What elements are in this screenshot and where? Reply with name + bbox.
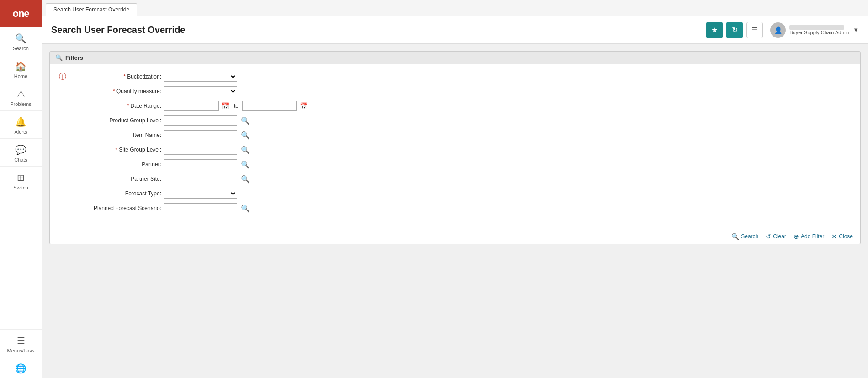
search-btn-product-group[interactable]: 🔍 [240, 116, 251, 125]
input-product-group-level[interactable] [164, 116, 237, 126]
avatar: 👤 [770, 22, 786, 38]
sidebar-item-problems[interactable]: ⚠ Problems [0, 83, 42, 111]
filter-search-icon: 🔍 [55, 54, 63, 61]
select-bucketization[interactable] [164, 72, 237, 82]
label-item-name: Item Name: [70, 132, 161, 138]
clear-icon: ↺ [766, 233, 771, 240]
switch-icon: ⊞ [17, 172, 25, 183]
sidebar-item-label-alerts: Alerts [14, 129, 27, 135]
filter-row-product-group-level: Product Group Level: 🔍 [59, 116, 851, 126]
date-range-group: 📅 to 📅 [164, 101, 308, 111]
filters-footer: 🔍 Search ↺ Clear ⊕ Add Filter ✕ Close [50, 229, 860, 244]
sidebar-item-switch[interactable]: ⊞ Switch [0, 167, 42, 194]
header-actions: ★ ↻ ☰ 👤 Buyer Supply Chain Admin ▼ [706, 22, 859, 38]
menu-button[interactable]: ☰ [746, 22, 763, 38]
search-action-link[interactable]: 🔍 Search [731, 233, 758, 240]
user-area: 👤 Buyer Supply Chain Admin ▼ [770, 22, 859, 38]
clear-action-link[interactable]: ↺ Clear [766, 233, 786, 240]
add-filter-action-link[interactable]: ⊕ Add Filter [794, 233, 824, 240]
search-action-label: Search [741, 233, 758, 240]
date-to-label: to [234, 103, 238, 109]
calendar-to-button[interactable]: 📅 [299, 102, 308, 110]
sidebar-item-chats[interactable]: 💬 Chats [0, 139, 42, 167]
select-quantity-measure[interactable] [164, 86, 237, 96]
chat-icon: 💬 [15, 144, 26, 155]
page-title: Search User Forecast Override [51, 25, 185, 35]
filter-row-item-name: Item Name: 🔍 [59, 130, 851, 140]
input-partner-site[interactable] [164, 174, 237, 184]
search-btn-partner[interactable]: 🔍 [240, 160, 251, 169]
filters-body: ⓘ Bucketization: Quantity measure: Date … [50, 64, 860, 229]
favorite-button[interactable]: ★ [706, 22, 723, 38]
sidebar: one 🔍 Search 🏠 Home ⚠ Problems 🔔 Alerts … [0, 0, 42, 378]
input-item-name[interactable] [164, 130, 237, 140]
label-forecast-type: Forecast Type: [70, 190, 161, 197]
close-icon: ✕ [831, 233, 837, 240]
content-area: 🔍 Filters ⓘ Bucketization: Quantity meas… [42, 44, 868, 378]
label-quantity-measure: Quantity measure: [70, 88, 161, 94]
date-from-input[interactable] [164, 101, 219, 111]
bell-icon: 🔔 [15, 116, 26, 127]
refresh-button[interactable]: ↻ [726, 22, 743, 38]
menu-icon: ☰ [17, 335, 25, 346]
sidebar-item-search[interactable]: 🔍 Search [0, 27, 42, 55]
search-btn-site-group[interactable]: 🔍 [240, 146, 251, 154]
page-header: Search User Forecast Override ★ ↻ ☰ 👤 Bu… [42, 16, 868, 44]
input-partner[interactable] [164, 159, 237, 169]
sidebar-item-label-problems: Problems [10, 101, 31, 107]
label-bucketization: Bucketization: [70, 74, 161, 80]
filter-row-quantity-measure: Quantity measure: [59, 86, 851, 96]
sidebar-item-alerts[interactable]: 🔔 Alerts [0, 111, 42, 139]
close-action-link[interactable]: ✕ Close [831, 233, 853, 240]
label-partner: Partner: [70, 161, 161, 168]
filter-row-date-range: Date Range: 📅 to 📅 [59, 101, 851, 111]
sidebar-item-menus[interactable]: ☰ Menus/Favs [0, 330, 42, 357]
sidebar-item-label-search: Search [13, 46, 29, 51]
input-site-group-level[interactable] [164, 145, 237, 155]
sidebar-item-label-menus: Menus/Favs [7, 348, 35, 353]
label-date-range: Date Range: [70, 103, 161, 109]
warning-icon: ⚠ [17, 89, 25, 100]
filter-row-planned-forecast: Planned Forecast Scenario: 🔍 [59, 203, 851, 213]
filters-title: Filters [65, 54, 83, 61]
sidebar-bottom: ☰ Menus/Favs 🌐 [0, 329, 42, 378]
add-filter-icon: ⊕ [794, 233, 799, 240]
close-action-label: Close [839, 233, 853, 240]
app-logo[interactable]: one [0, 0, 42, 27]
search-btn-item-name[interactable]: 🔍 [240, 131, 251, 140]
sidebar-item-globe[interactable]: 🌐 [0, 357, 42, 378]
input-planned-forecast[interactable] [164, 203, 237, 213]
tab-search-forecast[interactable]: Search User Forecast Override [46, 3, 137, 16]
add-filter-label: Add Filter [801, 233, 824, 240]
user-role: Buyer Supply Chain Admin [789, 30, 849, 35]
sidebar-item-label-switch: Switch [13, 185, 28, 190]
globe-icon: 🌐 [15, 363, 26, 374]
filter-row-site-group-level: Site Group Level: 🔍 [59, 145, 851, 155]
tab-bar: Search User Forecast Override [42, 0, 868, 16]
filter-row-partner: Partner: 🔍 [59, 159, 851, 169]
filter-row-partner-site: Partner Site: 🔍 [59, 174, 851, 184]
filters-header: 🔍 Filters [50, 52, 860, 64]
search-action-icon: 🔍 [731, 233, 739, 240]
search-btn-planned-forecast[interactable]: 🔍 [240, 204, 251, 213]
error-icon-bucketization: ⓘ [59, 72, 66, 82]
date-to-input[interactable] [242, 101, 297, 111]
filters-panel: 🔍 Filters ⓘ Bucketization: Quantity meas… [49, 51, 861, 244]
label-site-group-level: Site Group Level: [70, 147, 161, 153]
user-name-blurred [789, 25, 844, 30]
user-info: Buyer Supply Chain Admin [789, 25, 849, 35]
label-product-group-level: Product Group Level: [70, 117, 161, 124]
user-dropdown-icon[interactable]: ▼ [853, 26, 859, 33]
sidebar-item-home[interactable]: 🏠 Home [0, 55, 42, 83]
main-area: Search User Forecast Override Search Use… [42, 0, 868, 378]
search-nav-icon: 🔍 [15, 33, 26, 44]
calendar-from-button[interactable]: 📅 [221, 102, 230, 110]
select-forecast-type[interactable] [164, 189, 237, 199]
sidebar-item-label-home: Home [14, 74, 27, 79]
search-btn-partner-site[interactable]: 🔍 [240, 175, 251, 184]
home-icon: 🏠 [15, 61, 26, 72]
label-partner-site: Partner Site: [70, 176, 161, 182]
filter-row-bucketization: ⓘ Bucketization: [59, 72, 851, 82]
filter-row-forecast-type: Forecast Type: [59, 189, 851, 199]
clear-action-label: Clear [773, 233, 786, 240]
